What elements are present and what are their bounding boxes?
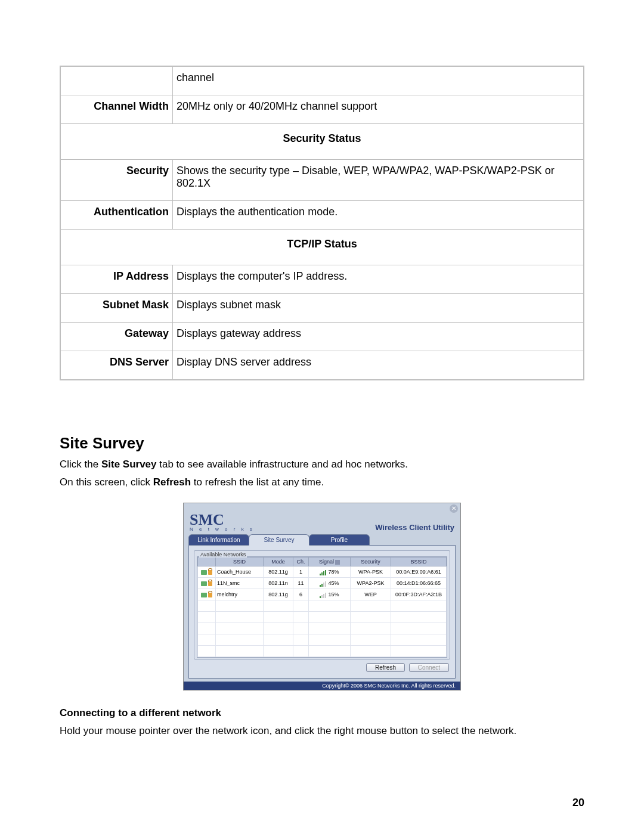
spec-row-desc: Shows the security type – Disable, WEP, …	[173, 160, 584, 201]
utility-title: Wireless Client Utility	[375, 523, 454, 532]
network-channel: 6	[293, 589, 309, 600]
network-ssid: melchtry	[216, 589, 264, 600]
smc-logo: SMC N e t w o r k s	[190, 513, 255, 532]
spec-row: SecurityShows the security type – Disabl…	[60, 160, 584, 201]
spec-row-label: Subnet Mask	[60, 294, 173, 323]
spec-row-desc: Displays the computer's IP address.	[173, 265, 584, 294]
col-ch-header[interactable]: Ch.	[293, 558, 309, 566]
tab-link-information[interactable]: Link Information	[188, 534, 249, 546]
network-channel: 1	[293, 566, 309, 578]
network-row[interactable]: 11N_smc802.11n1145%WPA2-PSK00:14:D1:06:6…	[198, 578, 447, 589]
empty-cell	[264, 612, 293, 623]
network-icon	[201, 570, 207, 575]
spec-row: GatewayDisplays gateway address	[60, 323, 584, 351]
empty-cell	[198, 634, 216, 646]
network-mode: 802.11g	[264, 566, 293, 578]
empty-cell	[216, 646, 264, 657]
empty-cell	[309, 623, 351, 634]
page-number: 20	[572, 797, 584, 809]
empty-cell	[391, 623, 447, 634]
empty-cell	[264, 646, 293, 657]
network-signal: 45%	[309, 578, 351, 589]
tab-profile[interactable]: Profile	[309, 534, 370, 546]
lock-icon	[208, 581, 212, 586]
spec-row-label: Gateway	[60, 323, 173, 351]
network-bssid: 00:0F:3D:AF:A3:1B	[391, 589, 447, 600]
intro-line-2: On this screen, click Refresh to refresh…	[60, 476, 584, 488]
spec-row-label: IP Address	[60, 265, 173, 294]
network-icon	[201, 581, 207, 586]
empty-cell	[309, 600, 351, 612]
close-icon[interactable]: ✕	[450, 504, 458, 513]
empty-cell	[351, 623, 391, 634]
network-row	[198, 600, 447, 612]
signal-bars-icon	[320, 581, 326, 587]
empty-cell	[264, 600, 293, 612]
spec-row-label: DNS Server	[60, 351, 173, 380]
empty-cell	[198, 646, 216, 657]
intro1-pre: Click the	[60, 459, 101, 470]
empty-cell	[309, 612, 351, 623]
empty-cell	[264, 623, 293, 634]
network-bssid: 00:14:D1:06:66:65	[391, 578, 447, 589]
utility-footer: Copyright© 2006 SMC Networks Inc. All ri…	[184, 682, 460, 690]
network-signal: 78%	[309, 566, 351, 578]
intro2-post: to refresh the list at any time.	[191, 476, 324, 488]
connect-button[interactable]: Connect	[409, 663, 449, 672]
smc-logo-text: SMC	[190, 513, 255, 527]
network-icon-cell[interactable]	[198, 578, 216, 589]
empty-cell	[309, 646, 351, 657]
network-bssid: 00:0A:E9:09:A6:61	[391, 566, 447, 578]
intro2-bold: Refresh	[153, 476, 191, 488]
network-icon-cell[interactable]	[198, 589, 216, 600]
col-mode-header[interactable]: Mode	[264, 558, 293, 566]
spec-section-header: TCP/IP Status	[60, 230, 584, 265]
network-ssid: 11N_smc	[216, 578, 264, 589]
network-icon	[201, 593, 207, 597]
network-icon-cell[interactable]	[198, 566, 216, 578]
empty-cell	[391, 646, 447, 657]
spec-row: channel	[60, 66, 584, 95]
empty-cell	[351, 600, 391, 612]
wireless-utility-window: ✕ SMC N e t w o r k s Wireless Client Ut…	[183, 503, 461, 690]
empty-cell	[293, 646, 309, 657]
empty-cell	[293, 612, 309, 623]
col-ssid-header[interactable]: SSID	[216, 558, 264, 566]
col-bssid-header[interactable]: BSSID	[391, 558, 447, 566]
intro1-post: tab to see available infrastructure and …	[157, 459, 408, 470]
spec-row-desc: Displays subnet mask	[173, 294, 584, 323]
refresh-button[interactable]: Refresh	[366, 663, 405, 672]
network-row[interactable]: Coach_House802.11g178%WPA-PSK00:0A:E9:09…	[198, 566, 447, 578]
connecting-body: Hold your mouse pointer over the network…	[60, 725, 584, 737]
col-signal-header[interactable]: Signal	[309, 558, 351, 566]
spec-row-label: Authentication	[60, 201, 173, 230]
spec-row-desc: 20MHz only or 40/20MHz channel support	[173, 95, 584, 124]
lock-icon	[208, 593, 212, 597]
empty-cell	[351, 612, 391, 623]
spec-row: DNS ServerDisplay DNS server address	[60, 351, 584, 380]
connecting-subheading: Connecting to a different network	[60, 707, 584, 719]
col-security-header[interactable]: Security	[351, 558, 391, 566]
network-security: WPA-PSK	[351, 566, 391, 578]
spec-row-desc: Display DNS server address	[173, 351, 584, 380]
spec-row-desc: Displays the authentication mode.	[173, 201, 584, 230]
empty-cell	[198, 612, 216, 623]
intro-line-1: Click the Site Survey tab to see availab…	[60, 459, 584, 470]
empty-cell	[293, 623, 309, 634]
network-row[interactable]: melchtry802.11g615%WEP00:0F:3D:AF:A3:1B	[198, 589, 447, 600]
network-ssid: Coach_House	[216, 566, 264, 578]
network-security: WEP	[351, 589, 391, 600]
signal-bars-icon	[320, 569, 326, 575]
lock-icon	[208, 570, 212, 575]
empty-cell	[293, 634, 309, 646]
empty-cell	[216, 634, 264, 646]
smc-logo-sub: N e t w o r k s	[190, 527, 255, 532]
empty-cell	[216, 612, 264, 623]
col-icon-header[interactable]	[198, 558, 216, 566]
empty-cell	[351, 634, 391, 646]
spec-table: channelChannel Width20MHz only or 40/20M…	[60, 66, 584, 380]
empty-cell	[351, 646, 391, 657]
spec-row-desc: channel	[173, 66, 584, 95]
empty-cell	[264, 634, 293, 646]
tab-site-survey[interactable]: Site Survey	[249, 534, 309, 546]
